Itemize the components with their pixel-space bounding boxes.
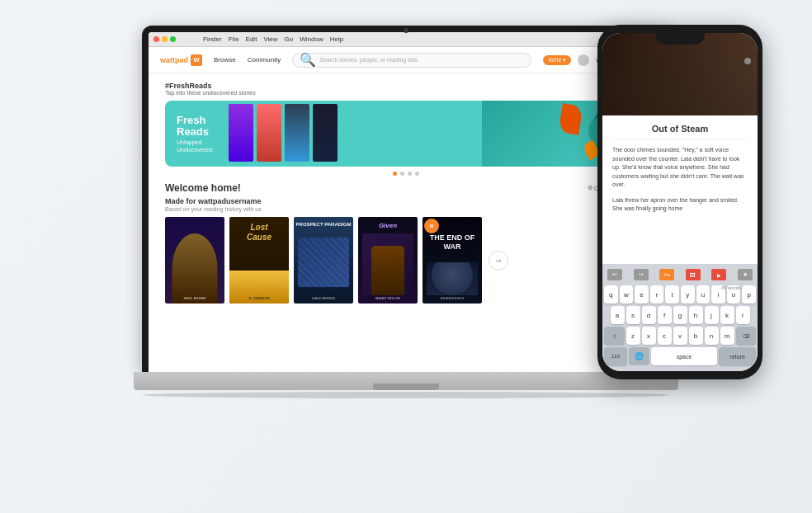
welcome-row: Welcome home! ⚙ Content Preferences [165, 182, 647, 194]
video-insert-icon[interactable]: ▶ [711, 269, 726, 280]
image-insert-icon[interactable]: 🖼 [686, 269, 701, 280]
made-for-subtitle: Based on your reading history with us [165, 206, 647, 212]
book-given[interactable]: Given MANDI TAYLOR [358, 217, 418, 304]
laptop-notch [373, 384, 439, 390]
key-h[interactable]: h [689, 306, 703, 324]
wattpad-logo[interactable]: wattpad W [160, 54, 202, 66]
book-end-of-war-author: BRANDERSON [423, 296, 482, 300]
redo-icon[interactable]: ↪ [634, 269, 649, 280]
menu-file[interactable]: File [229, 35, 239, 43]
macos-min-dot[interactable] [162, 36, 168, 42]
key-c[interactable]: c [658, 327, 672, 345]
dot-2[interactable] [400, 172, 404, 176]
key-space[interactable]: space [651, 347, 717, 365]
key-y[interactable]: y [681, 285, 695, 304]
menu-finder[interactable]: Finder [203, 35, 222, 43]
phone-screen: Out of Steam The door chimes sounded. "H… [602, 33, 758, 371]
phone-body: Out of Steam The door chimes sounded. "H… [597, 25, 762, 379]
macos-max-dot[interactable] [170, 36, 176, 42]
key-backspace[interactable]: ⌫ [736, 327, 757, 345]
text-format-icon[interactable]: Aa [659, 269, 674, 280]
banner-book-4 [313, 104, 338, 162]
book-given-title: Given [360, 222, 416, 229]
key-l[interactable]: l [736, 306, 750, 324]
menu-edit[interactable]: Edit [246, 35, 257, 43]
leaf-4 [558, 103, 583, 135]
book-prospect-title: PROSPECT PARADIGM [295, 222, 352, 228]
fresh-reads-banner[interactable]: Fresh Reads Untapped. Undiscovered. [165, 101, 647, 167]
phone-story-content: Out of Steam The door chimes sounded. "H… [602, 115, 758, 264]
key-e[interactable]: e [635, 285, 649, 304]
laptop: Finder File Edit View Go Window Help Thu… [134, 26, 678, 487]
keyboard-row-4: 123 🌐 space return [604, 347, 756, 365]
laptop-screen-outer: Finder File Edit View Go Window Help Thu… [142, 26, 670, 372]
star-icon[interactable]: ★ [738, 269, 753, 280]
key-m[interactable]: m [720, 327, 734, 345]
key-s[interactable]: s [626, 306, 640, 324]
dot-1[interactable] [393, 172, 397, 176]
key-return[interactable]: return [719, 347, 756, 365]
key-q[interactable]: q [604, 285, 618, 304]
dot-4[interactable] [415, 172, 419, 176]
key-123[interactable]: 123 [604, 347, 627, 365]
key-x[interactable]: x [642, 327, 656, 345]
book-shelf: SOUL BOUND Lost Cause JL JOHNSON [165, 217, 647, 304]
key-shift[interactable]: ⇧ [604, 327, 625, 345]
next-books-arrow[interactable]: → [489, 251, 508, 271]
keyboard-toolbar: ↩ ↪ Aa 🖼 ▶ ★ [604, 267, 756, 282]
key-u[interactable]: u [696, 285, 710, 304]
book-lost-cause[interactable]: Lost Cause JL JOHNSON [229, 217, 289, 304]
banner-book-1 [229, 104, 253, 162]
wattpad-navbar: wattpad W Browse Community 🔍 Search stor… [149, 47, 663, 73]
search-placeholder: Search stories, people, or reading lists [319, 57, 418, 63]
write-button[interactable]: Write ▾ [543, 55, 571, 65]
key-b[interactable]: b [689, 327, 703, 345]
banner-book-3 [285, 104, 309, 162]
book-end-of-war-text: THE END OF WAR [427, 233, 478, 252]
menu-view[interactable]: View [263, 35, 277, 43]
keyboard-row-2: a s d f g h j k l [604, 306, 756, 324]
user-avatar [578, 54, 589, 66]
phone-image-overlay [602, 33, 758, 115]
key-n[interactable]: n [705, 327, 719, 345]
key-k[interactable]: k [720, 306, 734, 324]
key-r[interactable]: r [650, 285, 664, 304]
menu-window[interactable]: Window [300, 35, 323, 43]
dot-3[interactable] [408, 172, 412, 176]
key-z[interactable]: z [626, 327, 640, 345]
key-j[interactable]: j [705, 306, 719, 324]
key-t[interactable]: t [665, 285, 679, 304]
banner-text: Fresh Reads Untapped. Undiscovered. [165, 106, 225, 162]
macos-menu: Finder File Edit View Go Window Help [203, 35, 343, 43]
phone-story-title: Out of Steam [612, 124, 748, 139]
key-g[interactable]: g [673, 306, 687, 324]
phone-story-paragraph-2: Lala threw her apron over the hanger and… [612, 196, 748, 214]
key-p[interactable]: p [742, 285, 756, 304]
search-bar[interactable]: 🔍 Search stories, people, or reading lis… [292, 53, 531, 68]
made-for-title: Made for wattpadusername [165, 197, 647, 205]
book-soul-bound-title: SOUL BOUND [165, 296, 224, 300]
laptop-base [134, 372, 678, 390]
menu-help[interactable]: Help [330, 35, 343, 43]
banner-title-line1: Fresh [177, 115, 214, 126]
key-a[interactable]: a [611, 306, 625, 324]
wattpad-w-icon: W [191, 54, 202, 66]
phone-keyboard: ↩ ↪ Aa 🖼 ▶ ★ 45 words q w e [602, 264, 758, 371]
key-w[interactable]: w [620, 285, 634, 304]
key-v[interactable]: v [673, 327, 687, 345]
key-emoji[interactable]: 🌐 [629, 347, 649, 365]
sliders-icon: ⚙ [588, 185, 592, 191]
macos-close-dot[interactable] [153, 36, 159, 42]
key-f[interactable]: f [658, 306, 672, 324]
book-soul-bound[interactable]: SOUL BOUND [165, 217, 224, 304]
book-prospect-paradigm[interactable]: PROSPECT PARADIGM GALE WOODS [294, 217, 353, 304]
undo-icon[interactable]: ↩ [607, 269, 622, 280]
nav-community[interactable]: Community [248, 56, 281, 64]
menu-go[interactable]: Go [285, 35, 294, 43]
book-end-of-war[interactable]: THE END OF WAR BRANDERSON W [423, 217, 482, 304]
book-given-author: MANDI TAYLOR [358, 296, 418, 300]
fresh-reads-subtitle: Tap into these undiscovered stories [165, 90, 647, 96]
key-d[interactable]: d [642, 306, 656, 324]
nav-browse[interactable]: Browse [214, 56, 236, 64]
banner-subtitle-1: Untapped. [177, 139, 214, 145]
